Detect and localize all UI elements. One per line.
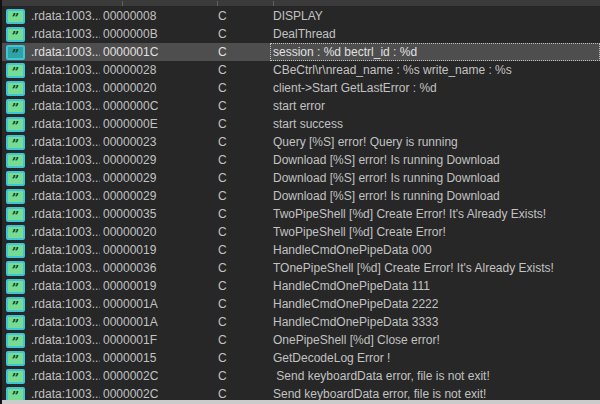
string-cell[interactable]: Query [%S] error! Query is running	[270, 133, 600, 151]
type-cell[interactable]: C	[215, 79, 270, 97]
address-cell[interactable]: .rdata:1003...	[28, 187, 100, 205]
address-cell[interactable]: .rdata:1003...	[28, 331, 100, 349]
length-cell[interactable]: 0000000C	[100, 97, 215, 115]
table-row[interactable]: ” .rdata:1003... 00000015 C GetDecodeLog…	[2, 349, 600, 367]
table-row[interactable]: ” .rdata:1003... 0000001A C HandleCmdOne…	[2, 295, 600, 313]
string-cell[interactable]: session : %d bectrl_id : %d	[270, 43, 600, 61]
length-cell[interactable]: 00000020	[100, 223, 215, 241]
address-cell[interactable]: .rdata:1003...	[28, 313, 100, 331]
length-cell[interactable]: 00000029	[100, 169, 215, 187]
address-cell[interactable]: .rdata:1003...	[28, 151, 100, 169]
length-cell[interactable]: 0000001C	[100, 43, 215, 61]
string-cell[interactable]: HandleCmdOnePipeData 2222	[270, 295, 600, 313]
type-cell[interactable]: C	[215, 313, 270, 331]
type-cell[interactable]: C	[215, 97, 270, 115]
string-cell[interactable]: Download [%S] error! Is running Download	[270, 169, 600, 187]
string-cell[interactable]: Download [%S] error! Is running Download	[270, 151, 600, 169]
string-cell[interactable]: TOnePipeShell [%d] Create Error! It's Al…	[270, 259, 600, 277]
address-cell[interactable]: .rdata:1003...	[28, 259, 100, 277]
length-cell[interactable]: 0000001A	[100, 295, 215, 313]
string-cell[interactable]: TwoPipeShell [%d] Create Error!	[270, 223, 600, 241]
address-cell[interactable]: .rdata:1003...	[28, 223, 100, 241]
table-row[interactable]: ” .rdata:1003... 0000001C C session : %d…	[2, 43, 600, 61]
length-cell[interactable]: 0000000E	[100, 115, 215, 133]
address-cell[interactable]: .rdata:1003...	[28, 115, 100, 133]
type-cell[interactable]: C	[215, 7, 270, 25]
length-cell[interactable]: 0000001F	[100, 331, 215, 349]
string-cell[interactable]: Send keyboardData error, file is not exi…	[270, 367, 600, 385]
type-cell[interactable]: C	[215, 43, 270, 61]
length-cell[interactable]: 00000020	[100, 79, 215, 97]
length-cell[interactable]: 00000028	[100, 61, 215, 79]
address-cell[interactable]: .rdata:1003...	[28, 295, 100, 313]
address-cell[interactable]: .rdata:1003...	[28, 43, 100, 61]
string-cell[interactable]: Download [%S] error! Is running Download	[270, 187, 600, 205]
type-cell[interactable]: C	[215, 241, 270, 259]
table-row[interactable]: ” .rdata:1003... 00000029 C Download [%S…	[2, 151, 600, 169]
address-cell[interactable]: .rdata:1003...	[28, 205, 100, 223]
length-cell[interactable]: 0000000B	[100, 25, 215, 43]
length-cell[interactable]: 0000002C	[100, 367, 215, 385]
length-cell[interactable]: 00000015	[100, 349, 215, 367]
length-cell[interactable]: 00000036	[100, 259, 215, 277]
table-row[interactable]: ” .rdata:1003... 0000001A C HandleCmdOne…	[2, 313, 600, 331]
type-cell[interactable]: C	[215, 61, 270, 79]
table-row[interactable]: ” .rdata:1003... 00000036 C TOnePipeShel…	[2, 259, 600, 277]
type-cell[interactable]: C	[215, 151, 270, 169]
string-cell[interactable]: DISPLAY	[270, 7, 600, 25]
table-row[interactable]: ” .rdata:1003... 00000019 C HandleCmdOne…	[2, 277, 600, 295]
string-cell[interactable]: CBeCtrl\r\nread_name : %s write_name : %…	[270, 61, 600, 79]
address-cell[interactable]: .rdata:1003...	[28, 277, 100, 295]
table-row[interactable]: ” .rdata:1003... 00000020 C client->Star…	[2, 79, 600, 97]
type-cell[interactable]: C	[215, 277, 270, 295]
type-cell[interactable]: C	[215, 259, 270, 277]
type-cell[interactable]: C	[215, 169, 270, 187]
string-cell[interactable]: start error	[270, 97, 600, 115]
length-cell[interactable]: 00000029	[100, 151, 215, 169]
table-row[interactable]: ” .rdata:1003... 00000028 C CBeCtrl\r\nr…	[2, 61, 600, 79]
type-cell[interactable]: C	[215, 367, 270, 385]
address-cell[interactable]: .rdata:1003...	[28, 79, 100, 97]
table-row[interactable]: ” .rdata:1003... 0000000B C DealThread	[2, 25, 600, 43]
length-cell[interactable]: 00000019	[100, 241, 215, 259]
table-row[interactable]: ” .rdata:1003... 00000020 C TwoPipeShell…	[2, 223, 600, 241]
length-cell[interactable]: 00000019	[100, 277, 215, 295]
string-cell[interactable]: GetDecodeLog Error !	[270, 349, 600, 367]
address-cell[interactable]: .rdata:1003...	[28, 61, 100, 79]
type-cell[interactable]: C	[215, 25, 270, 43]
type-cell[interactable]: C	[215, 187, 270, 205]
address-cell[interactable]: .rdata:1003...	[28, 7, 100, 25]
string-cell[interactable]: DealThread	[270, 25, 600, 43]
type-cell[interactable]: C	[215, 295, 270, 313]
table-row[interactable]: ” .rdata:1003... 0000001F C OnePipeShell…	[2, 331, 600, 349]
address-cell[interactable]: .rdata:1003...	[28, 349, 100, 367]
length-cell[interactable]: 00000029	[100, 187, 215, 205]
address-cell[interactable]: .rdata:1003...	[28, 241, 100, 259]
string-cell[interactable]: start success	[270, 115, 600, 133]
string-cell[interactable]: client->Start GetLastError : %d	[270, 79, 600, 97]
type-cell[interactable]: C	[215, 349, 270, 367]
table-row[interactable]: ” .rdata:1003... 0000000E C start succes…	[2, 115, 600, 133]
string-cell[interactable]: HandleCmdOnePipeData 111	[270, 277, 600, 295]
length-cell[interactable]: 00000035	[100, 205, 215, 223]
type-cell[interactable]: C	[215, 223, 270, 241]
table-row[interactable]: ” .rdata:1003... 0000000C C start error	[2, 97, 600, 115]
address-cell[interactable]: .rdata:1003...	[28, 169, 100, 187]
table-row[interactable]: ” .rdata:1003... 00000035 C TwoPipeShell…	[2, 205, 600, 223]
table-row[interactable]: ” .rdata:1003... 00000019 C HandleCmdOne…	[2, 241, 600, 259]
table-row[interactable]: ” .rdata:1003... 00000029 C Download [%S…	[2, 187, 600, 205]
address-cell[interactable]: .rdata:1003...	[28, 97, 100, 115]
length-cell[interactable]: 00000008	[100, 7, 215, 25]
type-cell[interactable]: C	[215, 331, 270, 349]
table-row[interactable]: ” .rdata:1003... 0000002C C Send keyboar…	[2, 367, 600, 385]
address-cell[interactable]: .rdata:1003...	[28, 133, 100, 151]
string-cell[interactable]: HandleCmdOnePipeData 3333	[270, 313, 600, 331]
type-cell[interactable]: C	[215, 115, 270, 133]
address-cell[interactable]: .rdata:1003...	[28, 25, 100, 43]
table-row[interactable]: ” .rdata:1003... 00000008 C DISPLAY	[2, 7, 600, 25]
type-cell[interactable]: C	[215, 205, 270, 223]
string-cell[interactable]: HandleCmdOnePipeData 000	[270, 241, 600, 259]
type-cell[interactable]: C	[215, 133, 270, 151]
table-row[interactable]: ” .rdata:1003... 00000029 C Download [%S…	[2, 169, 600, 187]
length-cell[interactable]: 0000001A	[100, 313, 215, 331]
